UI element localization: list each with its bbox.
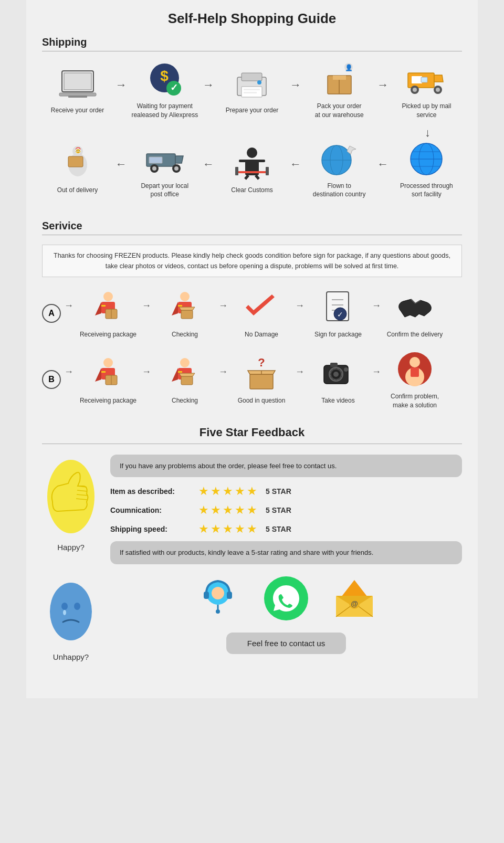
svg-rect-101	[411, 367, 419, 377]
service-row-b: B → Receiveing package	[42, 350, 462, 410]
star-label-communication: Coumnication:	[110, 506, 194, 514]
svg-rect-78	[101, 371, 106, 373]
feedback-bubble-top: If you have any problems about the order…	[110, 455, 462, 478]
service-label-a: A	[42, 304, 61, 323]
svg-point-107	[50, 583, 92, 640]
svg-point-81	[180, 358, 190, 367]
star-row-shipping: Shipping speed: ★ ★ ★ ★ ★ 5 STAR	[110, 522, 462, 536]
service-label-videos: Take videos	[321, 396, 354, 405]
svg-point-62	[180, 292, 190, 301]
star-row-described: Item as described: ★ ★ ★ ★ ★ 5 STAR	[110, 484, 462, 498]
flow-item-sort: Processed throughsort facility	[392, 141, 460, 199]
contact-section: Unhappy?	[42, 575, 462, 661]
svg-marker-20	[434, 75, 443, 82]
flow-label-receive: Receive your order	[51, 106, 104, 115]
service-section-title: Serivice	[42, 220, 462, 235]
svg-point-116	[216, 609, 220, 614]
thumbs-up-container: Happy?	[42, 455, 100, 552]
flow-item-flown: Flown todestination country	[305, 141, 373, 199]
flow-label-payment: Waiting for paymentrealeased by Aliexpre…	[131, 102, 198, 120]
service-label-confirm-b: Confirm problem,make a solution	[391, 392, 439, 410]
flow-label-prepare: Prepare your order	[226, 106, 279, 115]
flow-label-depart: Depart your localpost office	[141, 182, 188, 199]
flow-item-prepare: Prepare your order	[218, 65, 286, 115]
svg-rect-41	[257, 160, 265, 162]
feedback-bubble-bottom: If satisfied with our products, kindly l…	[110, 541, 462, 564]
contact-icons-row: @	[194, 575, 378, 622]
svg-rect-33	[149, 157, 162, 163]
service-item-check-a: Checking	[153, 288, 216, 339]
flow-item-delivery: 🤶 Out of delivery	[44, 145, 112, 195]
checkmark-icon	[242, 288, 281, 327]
service-flow: A →	[42, 288, 462, 409]
printer-icon	[231, 65, 273, 102]
svg-point-110	[63, 610, 66, 615]
svg-text:✓: ✓	[337, 310, 343, 319]
arrow-4: →	[377, 78, 388, 102]
arrow-1: →	[116, 78, 127, 102]
svg-marker-77	[95, 368, 101, 382]
svg-line-42	[245, 175, 248, 179]
svg-point-99	[410, 357, 420, 367]
feedback-section: Five Star Feedback Happy?	[42, 426, 462, 661]
contact-email-icon: @	[331, 575, 378, 622]
hero-check-b-icon	[165, 354, 205, 393]
svg-rect-21	[412, 76, 422, 83]
arrow-3: →	[290, 78, 301, 102]
star-row-communication: Coumnication: ★ ★ ★ ★ ★ 5 STAR	[110, 503, 462, 517]
flow-item-receive: Receive your order	[44, 65, 112, 115]
thumbs-up-icon	[42, 455, 100, 539]
arrow-left-4: ←	[377, 157, 388, 182]
flow-label-pack: Pack your orderat our warehouse	[315, 102, 364, 120]
service-label-check-a: Checking	[172, 330, 198, 339]
service-label-receive-b: Receiveing package	[80, 396, 136, 405]
handshake-icon	[395, 288, 435, 327]
service-label-receive-a: Receiveing package	[80, 330, 136, 339]
svg-rect-84	[178, 371, 182, 373]
svg-point-38	[247, 147, 257, 158]
svg-point-96	[344, 367, 348, 372]
globe-icon	[405, 141, 447, 177]
plane-globe-icon	[318, 141, 360, 177]
service-label-nodamage: No Damage	[245, 330, 278, 339]
svg-rect-12	[244, 92, 257, 93]
shipping-section: Shipping Receive your order	[42, 36, 462, 204]
person-circle-icon	[395, 350, 435, 389]
star-text-communication: 5 STAR	[266, 506, 291, 514]
svg-rect-1	[64, 73, 91, 90]
flow-label-flown: Flown todestination country	[313, 182, 366, 199]
svg-point-108	[61, 603, 68, 610]
svg-rect-11	[244, 89, 260, 90]
svg-rect-114	[227, 592, 232, 599]
contact-icons-container: @ Feel free to contact us	[110, 575, 462, 654]
hero-receive-a-icon	[89, 288, 128, 327]
question-box-icon: ?	[242, 354, 281, 393]
laptop-icon	[57, 65, 99, 102]
svg-marker-67	[179, 307, 195, 310]
svg-marker-58	[95, 302, 101, 315]
contact-support-icon	[194, 575, 242, 622]
delivery-icon: 🤶	[57, 145, 99, 182]
service-label-question: Good in question	[238, 396, 286, 405]
truck-icon	[405, 61, 447, 98]
svg-text:$: $	[160, 68, 169, 84]
stars-shipping: ★ ★ ★ ★ ★	[198, 522, 257, 536]
camera-icon	[319, 354, 358, 393]
svg-rect-87	[250, 374, 273, 389]
service-item-confirm-a: Confirm the delivery	[383, 288, 446, 339]
star-text-described: 5 STAR	[266, 487, 291, 496]
star-text-shipping: 5 STAR	[266, 525, 291, 533]
flow-item-depart: Depart your localpost office	[131, 141, 199, 199]
service-item-check-b: Checking	[153, 354, 216, 405]
svg-rect-113	[204, 592, 209, 599]
svg-marker-83	[172, 368, 178, 382]
payment-icon: $ ✓	[144, 61, 186, 98]
service-label-b: B	[42, 370, 61, 389]
flow-label-delivery: Out of delivery	[57, 186, 98, 195]
flow-label-customs: Clear Customs	[231, 186, 272, 195]
flow-item-customs: Clear Customs	[218, 145, 286, 195]
svg-marker-64	[172, 302, 178, 315]
service-row-a: A →	[42, 288, 462, 339]
svg-rect-30	[68, 156, 83, 167]
svg-rect-59	[101, 305, 106, 307]
